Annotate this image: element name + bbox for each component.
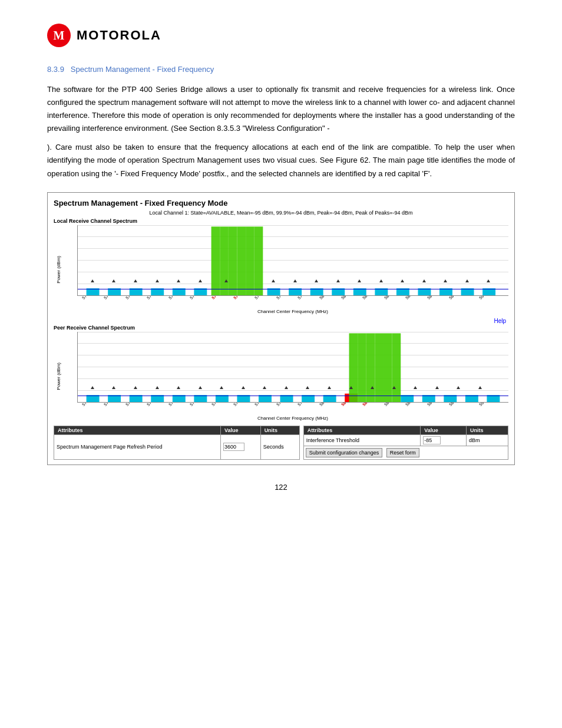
arrow-peer-10 <box>285 386 288 389</box>
svg-rect-11 <box>254 226 263 295</box>
arrow-peer-f <box>371 386 374 389</box>
table-row: Interference Threshold dBm <box>303 434 508 446</box>
peer-x-labels: 5734 5740 5745 5752 5759 5764 5770 5776 … <box>77 403 508 416</box>
left-table-header-value: Value <box>221 426 261 434</box>
right-row-attr: Interference Threshold <box>303 434 420 446</box>
right-attr-table: Attributes Value Units Interference Thre… <box>303 426 508 460</box>
figure-title: Spectrum Management - Fixed Frequency Mo… <box>54 199 508 207</box>
svg-rect-40 <box>375 333 384 402</box>
peer-x-axis-title: Channel Center Frequency (MHz) <box>77 416 508 421</box>
table-row-buttons: Submit configuration changes Reset form <box>303 446 508 459</box>
bottom-tables: Attributes Value Units Spectrum Manageme… <box>54 426 508 460</box>
chart-status-bar: Local Channel 1: State=AVAILABLE, Mean=-… <box>54 210 508 216</box>
arrow-peer-2 <box>112 386 115 389</box>
arrow-local-4 <box>156 279 159 282</box>
arrow-local-2 <box>112 279 115 282</box>
logo-m-letter: M <box>54 29 65 42</box>
arrow-local-3 <box>134 279 137 282</box>
right-table-header-attr: Attributes <box>303 426 420 434</box>
arrow-local-15 <box>444 279 447 282</box>
arrow-peer-12 <box>328 386 331 389</box>
page-number: 122 <box>47 483 515 492</box>
interference-threshold-input[interactable] <box>423 436 441 444</box>
arrow-peer-9 <box>263 386 266 389</box>
section-number: 8.3.9 <box>47 65 64 74</box>
local-x-axis-title: Channel Center Frequency (MHz) <box>77 309 508 314</box>
svg-rect-37 <box>349 333 358 402</box>
left-row-units: Seconds <box>260 434 299 459</box>
arrow-peer-14 <box>392 386 396 389</box>
motorola-logo: M <box>47 24 71 47</box>
local-chart-svg <box>78 225 508 295</box>
arrow-peer-18 <box>478 386 482 389</box>
arrow-peer-1 <box>91 386 94 389</box>
submit-config-button[interactable]: Submit configuration changes <box>306 448 383 457</box>
baseline-peer <box>78 396 508 396</box>
svg-rect-6 <box>211 226 220 295</box>
arrow-peer-3 <box>134 386 137 389</box>
arrow-peer-7 <box>220 386 223 389</box>
reset-form-button[interactable]: Reset form <box>386 448 419 457</box>
peer-chart-svg <box>78 332 508 402</box>
arrow-peer-13 <box>349 386 353 389</box>
table-row: Spectrum Management Page Refresh Period … <box>54 434 300 459</box>
local-chart-label: Local Receive Channel Spectrum <box>54 218 508 224</box>
help-link[interactable]: Help <box>494 318 506 324</box>
brand-name: MOTOROLA <box>77 28 161 43</box>
body-paragraph-1: The software for the PTP 400 Series Brid… <box>47 83 515 135</box>
arrow-local-12 <box>379 279 383 282</box>
svg-rect-10 <box>246 226 254 295</box>
arrow-local-13 <box>401 279 404 282</box>
svg-rect-9 <box>237 226 246 295</box>
arrow-peer-17 <box>457 386 460 389</box>
arrow-local-7 <box>272 279 275 282</box>
left-row-value <box>221 434 261 459</box>
arrow-peer-6 <box>199 386 202 389</box>
button-cell: Submit configuration changes Reset form <box>303 446 508 459</box>
local-y-axis-label: Power (dBm) <box>56 256 61 284</box>
refresh-period-input[interactable] <box>223 443 244 451</box>
arrow-peer-15 <box>414 386 417 389</box>
arrow-peer-4 <box>156 386 159 389</box>
svg-rect-7 <box>220 226 229 295</box>
page: M MOTOROLA 8.3.9 Spectrum Management - F… <box>0 0 562 515</box>
header: M MOTOROLA <box>47 24 515 47</box>
peer-chart-label: Peer Receive Channel Spectrum <box>54 325 508 331</box>
arrow-peer-8 <box>242 386 245 389</box>
svg-rect-41 <box>384 333 392 402</box>
right-table-header-units: Units <box>467 426 508 434</box>
svg-rect-8 <box>229 226 237 295</box>
svg-rect-39 <box>366 333 375 402</box>
left-attr-table: Attributes Value Units Spectrum Manageme… <box>54 426 300 460</box>
arrow-local-11 <box>358 279 361 282</box>
section-heading: 8.3.9 Spectrum Management - Fixed Freque… <box>47 65 515 74</box>
section-title: Spectrum Management - Fixed Frequency <box>71 65 214 74</box>
arrow-local-1 <box>91 279 94 282</box>
arrow-local-9 <box>315 279 318 282</box>
left-row-attr: Spectrum Management Page Refresh Period <box>54 434 221 459</box>
right-table-header-value: Value <box>421 426 467 434</box>
arrow-local-f <box>224 279 228 282</box>
arrow-peer-5 <box>177 386 180 389</box>
peer-chart-area: -40 -50 -60 -70 -80 -90 -100 <box>77 332 508 403</box>
arrow-local-6 <box>199 279 202 282</box>
arrow-peer-16 <box>435 386 439 389</box>
arrow-local-5 <box>177 279 180 282</box>
body-paragraph-2: ). Care must also be taken to ensure tha… <box>47 141 515 180</box>
arrow-local-10 <box>336 279 340 282</box>
baseline-local <box>78 289 508 289</box>
help-link-container: Help <box>54 315 506 325</box>
peer-y-axis-label: Power (dBm) <box>56 363 61 390</box>
arrow-local-17 <box>487 279 490 282</box>
figure-box: Spectrum Management - Fixed Frequency Mo… <box>47 192 515 465</box>
arrow-local-14 <box>422 279 426 282</box>
arrow-local-16 <box>465 279 469 282</box>
left-table-header-attr: Attributes <box>54 426 221 434</box>
svg-rect-42 <box>392 333 401 402</box>
arrow-peer-11 <box>306 386 309 389</box>
left-table-header-units: Units <box>260 426 299 434</box>
right-row-units: dBm <box>467 434 508 446</box>
arrow-local-8 <box>293 279 297 282</box>
svg-rect-38 <box>358 333 366 402</box>
right-row-value <box>421 434 467 446</box>
